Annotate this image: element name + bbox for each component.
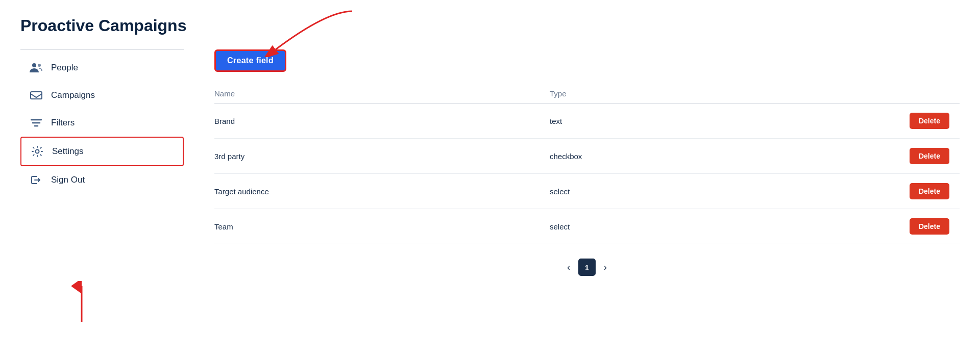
table-cell-type: checkbox [550,139,811,174]
people-icon [30,61,43,74]
table-cell-name: 3rd party [214,139,550,174]
table-cell-action: Delete [811,104,960,139]
table-header-action [811,84,960,104]
sidebar-item-filters-label: Filters [51,118,75,128]
pagination-current[interactable]: 1 [578,259,596,276]
table-cell-name: Team [214,209,550,244]
create-field-section: Create field [214,49,960,72]
table-cell-action: Delete [811,174,960,209]
app-container: Proactive Campaigns People [0,0,980,292]
table-row: TeamselectDelete [214,209,960,244]
campaigns-icon [30,89,43,102]
pagination-next[interactable]: › [600,260,611,275]
sidebar-item-people[interactable]: People [20,54,184,82]
content-area: Create field Name Type BrandtextDelete3r… [184,49,960,276]
svg-point-1 [38,64,41,67]
sidebar-item-people-label: People [51,63,78,73]
filters-icon [30,116,43,130]
sidebar: People Campaigns [20,49,184,194]
signout-icon [30,173,43,187]
sidebar-item-signout[interactable]: Sign Out [20,166,184,194]
sidebar-item-signout-label: Sign Out [51,175,85,185]
table-row: 3rd partycheckboxDelete [214,139,960,174]
sidebar-item-settings[interactable]: Settings [20,137,184,166]
svg-point-0 [32,63,36,67]
settings-upward-arrow [71,281,92,322]
table-cell-type: select [550,209,811,244]
table-cell-type: select [550,174,811,209]
sidebar-item-campaigns[interactable]: Campaigns [20,82,184,109]
sidebar-item-settings-label: Settings [52,146,83,157]
table-cell-type: text [550,104,811,139]
table-cell-name: Brand [214,104,550,139]
delete-button-2[interactable]: Delete [910,183,949,199]
main-layout: People Campaigns [20,49,960,276]
sidebar-item-filters[interactable]: Filters [20,109,184,137]
fields-table: Name Type BrandtextDelete3rd partycheckb… [214,84,960,244]
create-field-button[interactable]: Create field [214,49,286,72]
table-row: Target audienceselectDelete [214,174,960,209]
settings-icon [31,145,44,158]
table-cell-action: Delete [811,209,960,244]
svg-point-6 [36,150,39,153]
table-header-name: Name [214,84,550,104]
sidebar-item-campaigns-label: Campaigns [51,90,95,100]
delete-button-1[interactable]: Delete [910,148,949,164]
sidebar-wrapper: People Campaigns [20,49,184,276]
delete-button-0[interactable]: Delete [910,113,949,129]
table-row: BrandtextDelete [214,104,960,139]
pagination: ‹ 1 › [214,259,960,276]
table-header-type: Type [550,84,811,104]
page-title: Proactive Campaigns [20,16,960,35]
pagination-prev[interactable]: ‹ [563,260,574,275]
table-cell-name: Target audience [214,174,550,209]
table-cell-action: Delete [811,139,960,174]
delete-button-3[interactable]: Delete [910,218,949,235]
